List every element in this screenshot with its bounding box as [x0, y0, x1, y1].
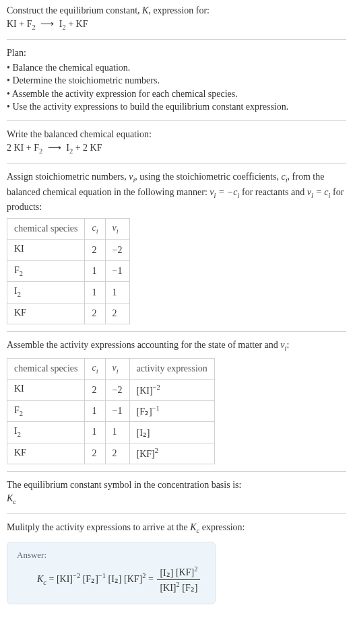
table-row: I2 1 1 [I₂]	[7, 422, 215, 443]
cell-species: KF	[7, 303, 85, 324]
rel-product: νi = ci	[307, 187, 331, 197]
cell-activity: [KI]−2	[129, 380, 214, 400]
cell-species: F2	[7, 400, 85, 421]
cell-species: KI	[7, 240, 85, 260]
sp: KI	[14, 384, 24, 394]
cell-ci: 2	[85, 380, 105, 400]
sub: 2	[18, 291, 21, 298]
symbol-K: K	[142, 5, 148, 15]
stoich-table: chemical species ci νi KI 2 −2 F2 1 −1 I…	[7, 218, 130, 324]
term: [KI]2	[160, 583, 179, 593]
table-header-row: chemical species ci νi	[7, 218, 130, 239]
divider	[7, 331, 346, 332]
divider	[7, 163, 346, 164]
cell-ci: 1	[85, 282, 105, 303]
cell-nui: −1	[105, 400, 129, 421]
base: [I₂]	[137, 427, 150, 437]
activity-text: Assemble the activity expressions accoun…	[7, 338, 346, 353]
species-KF: KF	[76, 19, 88, 29]
intro-text-1: Construct the equilibrium constant,	[7, 5, 142, 15]
col-ci: ci	[85, 358, 105, 379]
col-species: chemical species	[7, 218, 85, 239]
col-nui: νi	[105, 358, 129, 379]
kc: Kc	[37, 574, 46, 584]
cell-ci: 1	[85, 400, 105, 421]
cell-nui: −1	[105, 260, 129, 281]
txt: , using the stoichiometric coefficients,	[135, 172, 281, 182]
term: [KI]−2	[57, 574, 80, 584]
sub: 2	[20, 409, 23, 417]
balanced-equation: 2 KI + F2 ⟶ I2 + 2 KF	[7, 141, 346, 156]
cell-nui: 1	[105, 422, 129, 443]
divider	[7, 39, 346, 40]
cell-nui: 2	[105, 443, 129, 464]
cell-species: KI	[7, 380, 85, 400]
cell-nui: −2	[105, 380, 129, 400]
cell-nui: 1	[105, 282, 129, 303]
sp: KI	[14, 244, 24, 254]
sub: 2	[18, 431, 21, 438]
sub: i	[117, 227, 119, 234]
sub: i	[96, 367, 98, 374]
plus: +	[66, 19, 76, 29]
sp: KF	[14, 448, 26, 458]
exp: 2	[194, 566, 197, 573]
exp: −1	[98, 572, 106, 579]
term: [I₂]	[108, 574, 122, 584]
intro-block: Construct the equilibrium constant, K, e…	[7, 4, 346, 32]
cell-species: KF	[7, 443, 85, 464]
term: [KF]2	[176, 567, 197, 577]
exp: −2	[153, 384, 160, 391]
kc: Kc	[190, 522, 199, 532]
col-nui: νi	[105, 218, 129, 239]
txt: :	[286, 340, 289, 350]
multiply-block: Mulitply the activity expressions to arr…	[7, 521, 346, 536]
exp: 2	[176, 581, 180, 588]
base: [KF]	[176, 567, 194, 577]
K: K	[190, 522, 196, 532]
term: [F₂]−1	[83, 574, 106, 584]
eq: = −	[216, 187, 233, 197]
kc-symbol: Kc	[7, 492, 346, 507]
rel-reactant: νi = −ci	[210, 187, 239, 197]
sp: KF	[14, 308, 26, 318]
eq: =	[46, 574, 57, 584]
K: K	[7, 493, 13, 503]
plan-item: Use the activity expressions to build th…	[7, 100, 346, 114]
cell-nui: −2	[105, 240, 129, 260]
c-i: ci	[281, 172, 287, 182]
cell-species: I2	[7, 422, 85, 443]
species-I2: I2	[59, 19, 66, 29]
table-row: KI 2 −2 [KI]−2	[7, 380, 215, 400]
sp: F	[14, 405, 20, 415]
nu-i: νi	[129, 172, 135, 182]
table-row: KI 2 −2	[7, 240, 130, 260]
col-ci: ci	[85, 218, 105, 239]
divider	[7, 471, 346, 472]
table-row: I2 1 1	[7, 282, 130, 303]
answer-label: Answer:	[17, 549, 205, 561]
F-sub: 2	[39, 147, 42, 154]
sub: 2	[20, 269, 23, 277]
base: [F₂]	[182, 583, 197, 593]
term-I2: I2	[66, 143, 73, 153]
activity-block: Assemble the activity expressions accoun…	[7, 338, 346, 464]
plan-list: Balance the chemical equation. Determine…	[7, 61, 346, 114]
table-row: F2 1 −1	[7, 260, 130, 281]
plus: +	[17, 19, 27, 29]
base: [KF]	[137, 449, 155, 459]
table-row: KF 2 2 [KF]2	[7, 443, 215, 464]
cell-ci: 2	[85, 240, 105, 260]
exp: 2	[155, 447, 158, 454]
sp: F	[14, 265, 20, 275]
balanced-block: Write the balanced chemical equation: 2 …	[7, 128, 346, 156]
F-sub: 2	[32, 23, 35, 30]
cell-ci: 1	[85, 260, 105, 281]
unbalanced-equation: KI + F2 ⟶ I2 + KF	[7, 17, 346, 32]
plan-item: Balance the chemical equation.	[7, 61, 346, 75]
col-activity: activity expression	[129, 358, 214, 379]
stoich-text: Assign stoichiometric numbers, νi, using…	[7, 170, 346, 214]
cell-ci: 2	[85, 303, 105, 324]
divider	[7, 120, 346, 121]
divider	[7, 513, 346, 514]
